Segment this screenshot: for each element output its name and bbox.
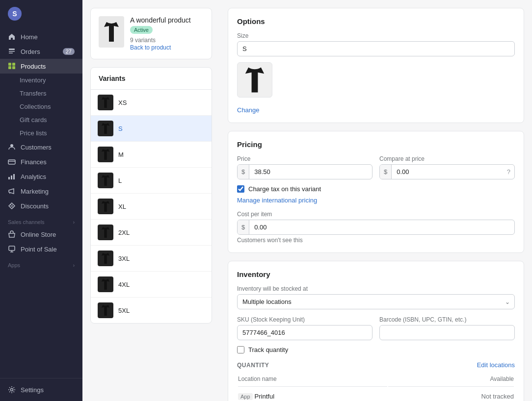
available-column-header: Available xyxy=(388,376,514,387)
orders-badge: 27 xyxy=(63,48,75,55)
sales-channels-chevron[interactable]: › xyxy=(73,220,75,225)
svg-point-15 xyxy=(11,389,13,391)
sidebar-subitem-transfers[interactable]: Transfers xyxy=(0,87,82,100)
sidebar-item-label: Online Store xyxy=(21,231,56,238)
svg-rect-1 xyxy=(9,51,15,52)
svg-rect-2 xyxy=(9,53,13,54)
variant-item-5xl[interactable]: 5XL xyxy=(91,298,212,323)
settings-icon xyxy=(8,386,16,394)
cost-input-group: $ xyxy=(237,220,515,235)
product-card: A wonderful product Active 9 variants Ba… xyxy=(90,8,212,59)
sidebar-subitem-price-lists[interactable]: Price lists xyxy=(0,126,82,140)
sidebar-subitem-gift-cards[interactable]: Gift cards xyxy=(0,113,82,126)
sales-channels-label: Sales channels › xyxy=(0,213,82,227)
sidebar-item-marketing[interactable]: Marketing xyxy=(0,184,82,199)
variant-item-3xl[interactable]: 3XL xyxy=(91,246,212,272)
stocked-at-select[interactable]: Multiple locations xyxy=(237,294,515,309)
variant-label: L xyxy=(118,177,122,184)
sidebar-item-label: Discounts xyxy=(21,202,49,210)
apps-chevron[interactable]: › xyxy=(73,263,75,268)
barcode-input[interactable] xyxy=(379,325,515,340)
charge-tax-checkbox[interactable] xyxy=(237,185,244,193)
quantity-header: QUANTITY Edit locations xyxy=(237,361,515,369)
discounts-icon xyxy=(8,202,16,210)
customers-icon xyxy=(8,143,16,151)
sku-input[interactable] xyxy=(237,325,372,340)
track-quantity-row: Track quantity xyxy=(237,346,515,353)
cost-input[interactable] xyxy=(249,220,514,234)
pricing-section-title: Pricing xyxy=(237,140,515,149)
left-panel: A wonderful product Active 9 variants Ba… xyxy=(82,0,220,401)
sidebar-sub-label: Price lists xyxy=(20,129,47,137)
price-label: Price xyxy=(237,155,372,162)
track-quantity-label: Track quantity xyxy=(248,346,288,353)
sidebar-subitem-inventory[interactable]: Inventory xyxy=(0,74,82,87)
variant-label: 3XL xyxy=(118,255,130,262)
sidebar-item-point-of-sale[interactable]: Point of Sale xyxy=(0,242,82,256)
change-image-link[interactable]: Change xyxy=(237,106,260,114)
sidebar-sub-label: Gift cards xyxy=(20,116,47,124)
stocked-at-label: Inventory will be stocked at xyxy=(237,285,515,292)
sidebar-item-finances[interactable]: Finances xyxy=(0,154,82,169)
compare-price-input-group: $ ? xyxy=(379,164,515,179)
options-section-title: Options xyxy=(237,17,515,25)
product-thumbnail xyxy=(99,16,124,48)
logo-icon: S xyxy=(8,7,22,21)
sidebar-item-online-store[interactable]: Online Store xyxy=(0,227,82,242)
variant-label: 4XL xyxy=(118,281,130,288)
compare-price-prefix: $ xyxy=(380,165,392,179)
options-section: Options Size Change xyxy=(228,8,524,123)
products-icon xyxy=(8,62,16,70)
back-to-product-link[interactable]: Back to product xyxy=(130,44,171,51)
variant-thumb xyxy=(98,225,113,240)
variant-label: 5XL xyxy=(118,307,130,314)
price-input[interactable] xyxy=(249,165,372,179)
svg-rect-5 xyxy=(12,63,15,66)
inventory-section: Inventory Inventory will be stocked at M… xyxy=(228,261,524,401)
sidebar-item-settings[interactable]: Settings xyxy=(0,382,82,397)
sidebar-item-label: Analytics xyxy=(21,173,46,180)
svg-rect-3 xyxy=(8,66,11,69)
sidebar-item-orders[interactable]: Orders 27 xyxy=(0,44,82,59)
compare-price-input[interactable] xyxy=(392,165,503,179)
sidebar-item-label: Finances xyxy=(21,158,47,166)
quantity-table: Location name Available AppPrintful Not … xyxy=(237,375,515,401)
variant-item-4xl[interactable]: 4XL xyxy=(91,272,212,298)
variant-item-xs[interactable]: XS xyxy=(91,90,212,116)
size-input[interactable] xyxy=(237,41,515,56)
sidebar-item-customers[interactable]: Customers xyxy=(0,140,82,154)
inventory-section-title: Inventory xyxy=(237,270,515,278)
sidebar-sub-label: Inventory xyxy=(20,76,46,84)
sidebar-item-products[interactable]: Products xyxy=(0,59,82,74)
variant-item-xl[interactable]: XL xyxy=(91,194,212,220)
track-quantity-checkbox[interactable] xyxy=(237,346,244,353)
variant-item-2xl[interactable]: 2XL xyxy=(91,220,212,246)
edit-locations-link[interactable]: Edit locations xyxy=(477,361,515,369)
variant-item-l[interactable]: L xyxy=(91,168,212,194)
variant-thumb xyxy=(98,251,113,266)
product-name: A wonderful product xyxy=(130,16,204,24)
variant-label: 2XL xyxy=(118,229,130,236)
app-badge: App xyxy=(238,393,253,400)
variant-item-m[interactable]: M xyxy=(91,142,212,168)
international-pricing-link[interactable]: Manage international pricing xyxy=(237,197,515,204)
product-status-badge: Active xyxy=(130,26,153,34)
svg-rect-11 xyxy=(13,174,15,179)
sidebar: S Home Orders 27 Products Inventory Tran xyxy=(0,0,82,401)
svg-rect-14 xyxy=(9,246,15,251)
variants-list: XS S M L xyxy=(91,90,212,323)
compare-price-help-icon[interactable]: ? xyxy=(503,165,514,179)
variant-thumb xyxy=(98,276,113,292)
sidebar-item-discounts[interactable]: Discounts xyxy=(0,199,82,213)
sidebar-item-analytics[interactable]: Analytics xyxy=(0,169,82,184)
sidebar-footer: Settings xyxy=(0,378,82,401)
svg-rect-0 xyxy=(9,49,15,50)
sidebar-item-label: Marketing xyxy=(21,188,49,195)
variant-item-s[interactable]: S xyxy=(91,116,212,142)
charge-tax-label: Charge tax on this variant xyxy=(248,185,321,193)
svg-rect-4 xyxy=(8,63,11,66)
svg-rect-8 xyxy=(8,160,15,164)
sidebar-item-home[interactable]: Home xyxy=(0,29,82,44)
sidebar-subitem-collections[interactable]: Collections xyxy=(0,100,82,113)
variant-thumb xyxy=(98,121,113,136)
